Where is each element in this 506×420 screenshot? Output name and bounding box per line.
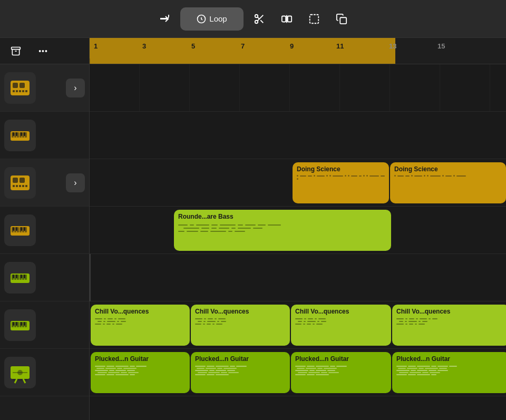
svg-rect-66 [16,322,17,326]
track-5 [0,254,89,301]
svg-rect-26 [21,132,22,136]
track-7 [0,349,89,396]
track-3-arrow[interactable]: › [66,173,85,192]
clip-title-chill-2: Chill Vo...quences [195,308,286,315]
track-3-icon[interactable] [4,167,36,199]
track-7-icon[interactable] [4,357,36,388]
svg-rect-34 [22,185,24,187]
svg-rect-6 [310,14,319,23]
scissors-button[interactable] [248,7,271,31]
svg-rect-46 [24,227,25,231]
svg-rect-43 [13,227,14,231]
plucked-clip-2[interactable]: Plucked...n Guitar [191,352,290,393]
track-2 [0,112,89,159]
svg-rect-33 [19,185,21,187]
clip-title-plucked-4: Plucked...n Guitar [396,355,505,363]
svg-rect-8 [12,47,21,49]
track-6 [0,301,89,349]
clip-title-rounded-bass: Rounde...are Bass [178,213,387,220]
clip-pattern-bass [178,222,387,249]
clip-title-plucked-1: Plucked...n Guitar [95,355,186,363]
enter-button[interactable] [153,7,176,31]
svg-rect-12 [13,90,15,92]
clip-title-plucked-3: Plucked...n Guitar [295,355,387,363]
svg-rect-65 [13,322,14,326]
copy-button[interactable] [330,7,353,31]
clip-title-doing-science-2: Doing Science [394,165,502,173]
svg-rect-54 [13,275,14,278]
track-1-arrow[interactable]: › [66,79,85,97]
svg-rect-30 [20,178,25,183]
toolbar: Loop [0,0,506,38]
track-row-5 [90,254,506,301]
tracks-area: 1 3 5 7 9 11 13 15 for(let i=0;i<100;i++… [90,38,506,420]
svg-point-71 [17,370,23,375]
track-row-1 [90,64,506,112]
chill-clip-2[interactable]: Chill Vo...quences [191,305,290,346]
more-button[interactable]: ••• [34,42,53,61]
svg-rect-31 [13,185,15,187]
svg-rect-7 [340,17,346,24]
plucked-clip-3[interactable]: Plucked...n Guitar [291,352,391,393]
track-4-icon[interactable] [4,214,36,246]
track-1-icon[interactable] [4,72,36,104]
track-row-3: Doing Science [90,159,506,207]
sidebar-header: ••• [0,38,89,64]
clip-pattern-plucked-3 [295,365,387,391]
clip-title-doing-science-1: Doing Science [297,165,385,173]
clip-pattern-chill-1 [95,317,186,344]
svg-rect-45 [21,227,22,231]
plucked-clip-4[interactable]: Plucked...n Guitar [392,352,506,393]
track-row-4: Rounde...are Bass [90,207,506,254]
ruler-mark-1: 1 [94,42,98,50]
svg-rect-67 [21,322,22,326]
chill-clip-1[interactable]: Chill Vo...quences [91,305,190,346]
svg-rect-29 [13,178,18,183]
clip-pattern-chill-4 [396,317,505,344]
timeline-ruler[interactable]: 1 3 5 7 9 11 13 15 for(let i=0;i<100;i++… [90,38,506,64]
svg-rect-13 [16,90,18,92]
svg-rect-72 [13,379,27,381]
track-row-7: Plucked...n Guitar Plucked...n Guitar [90,349,506,396]
plucked-clip-1[interactable]: Plucked...n Guitar [91,352,190,393]
clip-pattern-plucked-1 [95,365,186,391]
ruler-mark-11: 11 [336,42,344,50]
ruler-mark-5: 5 [191,42,195,50]
svg-rect-14 [19,90,21,92]
svg-rect-57 [24,275,25,278]
chill-clip-4[interactable]: Chill Vo...quences [392,305,506,346]
svg-point-2 [255,20,258,23]
svg-rect-16 [25,90,27,92]
track-1: › [0,64,89,112]
clip-title-chill-4: Chill Vo...quences [396,308,505,315]
rounded-bass-clip[interactable]: Rounde...are Bass [174,210,391,251]
loop-label: Loop [209,14,227,23]
chill-clip-3[interactable]: Chill Vo...quences [291,305,391,346]
track-2-icon[interactable] [4,120,36,151]
clip-pattern-plucked-4 [396,365,505,391]
tracks-grid: Doing Science [90,64,506,396]
svg-rect-25 [16,132,17,136]
svg-rect-24 [13,132,14,136]
clip-pattern-chill-3 [295,317,387,344]
track-5-icon[interactable] [4,262,36,294]
track-4 [0,207,89,254]
sidebar: ••• › [0,38,90,420]
svg-rect-56 [21,275,22,278]
doing-science-clip-2[interactable]: Doing Science [390,162,506,203]
svg-rect-11 [20,83,25,88]
ruler-mark-13: 13 [389,42,396,50]
select-button[interactable] [303,7,326,31]
svg-rect-4 [288,16,291,22]
track-row-6: Chill Vo...quences [90,301,506,349]
svg-rect-32 [16,185,18,187]
clip-pattern-1 [297,175,385,201]
archive-button[interactable] [6,42,25,61]
split-button[interactable] [275,7,298,31]
track-6-icon[interactable] [4,309,36,341]
doing-science-clip-1[interactable]: Doing Science [293,162,389,203]
loop-button[interactable]: Loop [180,7,244,31]
ruler-mark-9: 9 [290,42,294,50]
ruler-mark-7: 7 [241,42,245,50]
main-area: ••• › [0,38,506,420]
